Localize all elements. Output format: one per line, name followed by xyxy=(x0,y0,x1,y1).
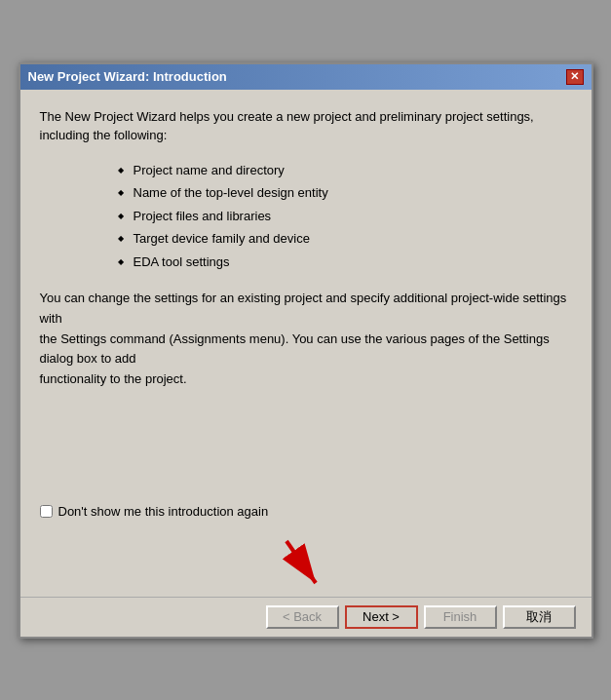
finish-button[interactable]: Finish xyxy=(424,605,497,629)
cancel-button[interactable]: 取消 xyxy=(503,605,576,629)
intro-text: The New Project Wizard helps you create … xyxy=(40,107,572,145)
list-item: Target device family and device xyxy=(118,229,572,249)
bullet-list: Project name and directory Name of the t… xyxy=(118,161,572,272)
title-bar: New Project Wizard: Introduction ✕ xyxy=(20,64,592,90)
next-arrow-icon xyxy=(267,536,345,595)
next-button[interactable]: Next > xyxy=(345,605,418,629)
wizard-window: New Project Wizard: Introduction ✕ The N… xyxy=(19,62,593,639)
checkbox-label[interactable]: Don't show me this introduction again xyxy=(58,504,269,519)
window-title: New Project Wizard: Introduction xyxy=(28,69,227,84)
svg-line-1 xyxy=(286,541,316,583)
arrow-area xyxy=(20,528,592,597)
dont-show-checkbox[interactable] xyxy=(40,505,53,518)
content-area: The New Project Wizard helps you create … xyxy=(20,90,592,456)
checkbox-area: Don't show me this introduction again xyxy=(20,494,592,528)
button-bar: < Back Next > Finish 取消 xyxy=(20,597,592,637)
close-button[interactable]: ✕ xyxy=(566,69,584,85)
back-button[interactable]: < Back xyxy=(266,605,339,629)
description-text: You can change the settings for an exist… xyxy=(40,289,572,390)
list-item: Project files and libraries xyxy=(118,207,572,226)
list-item: Project name and directory xyxy=(118,161,572,180)
list-item: EDA tool settings xyxy=(118,253,572,272)
main-area: The New Project Wizard helps you create … xyxy=(20,90,592,597)
list-item: Name of the top-level design entity xyxy=(118,183,572,203)
